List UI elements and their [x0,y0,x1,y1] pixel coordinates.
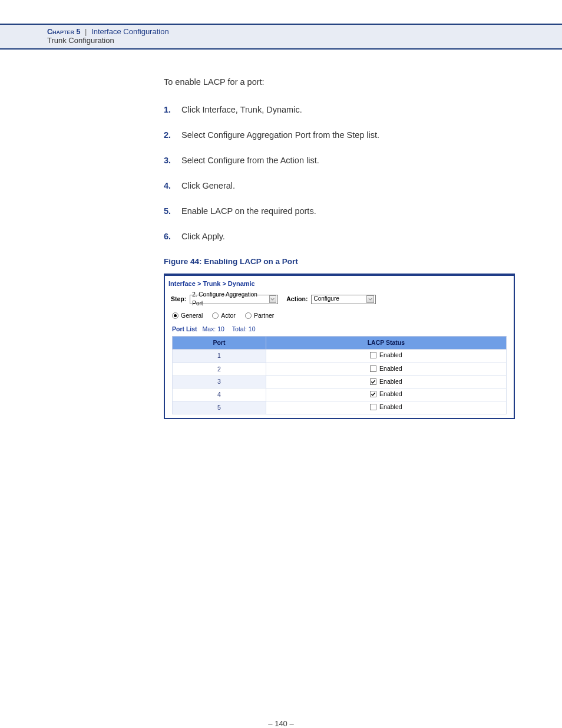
lacp-enabled-checkbox[interactable] [370,365,376,372]
lacp-enabled-checkbox[interactable] [370,391,376,397]
port-cell: 1 [173,350,266,363]
status-label: Enabled [379,403,402,411]
figure-caption: Figure 44: Enabling LACP on a Port [164,256,515,268]
port-cell: 4 [173,388,266,401]
table-row: 3Enabled [173,375,507,388]
table-row: 5Enabled [173,401,507,414]
table-row: 1Enabled [173,350,507,363]
status-label: Enabled [379,377,402,386]
page-number: – 140 – [0,719,562,728]
status-cell: Enabled [266,401,506,414]
chapter-title: Interface Configuration [91,27,169,36]
port-list-label: Port List [172,325,197,332]
lacp-enabled-checkbox[interactable] [370,352,376,358]
col-status: LACP Status [266,337,506,350]
status-cell: Enabled [266,363,506,375]
lacp-enabled-checkbox[interactable] [370,378,376,385]
status-cell: Enabled [266,350,506,363]
radio-actor[interactable]: Actor [212,311,236,320]
step-select-value: 2. Configure Aggregation Port [192,291,266,308]
action-label: Action: [286,295,308,304]
port-list-total: Total: 10 [232,325,256,332]
port-cell: 2 [173,363,266,375]
lacp-enabled-checkbox[interactable] [370,404,376,410]
page-header: Chapter 5 | Interface Configuration Trun… [0,24,562,50]
radio-icon [172,312,178,319]
status-cell: Enabled [266,375,506,388]
status-label: Enabled [379,364,402,373]
port-list-summary: Port List Max: 10 Total: 10 [165,325,514,336]
port-cell: 5 [173,401,266,414]
step-item: 3.Select Configure from the Action list. [164,154,515,167]
chapter-separator: | [85,27,87,36]
port-table: Port LACP Status 1Enabled2Enabled3Enable… [172,336,507,414]
steps-list: 1.Click Interface, Trunk, Dynamic. 2.Sel… [164,104,515,243]
step-select[interactable]: 2. Configure Aggregation Port [190,295,278,304]
chevron-down-icon [269,295,277,303]
step-item: 4.Click General. [164,180,515,192]
action-select-value: Configure [313,295,339,304]
radio-partner[interactable]: Partner [245,311,274,320]
chevron-down-icon [366,295,374,303]
port-list-max: Max: 10 [203,325,224,332]
radio-icon [212,312,219,319]
status-label: Enabled [379,390,402,398]
status-cell: Enabled [266,388,506,401]
step-item: 2.Select Configure Aggregation Port from… [164,129,515,141]
port-cell: 3 [173,375,266,388]
radio-general[interactable]: General [172,311,203,320]
radio-group: General Actor Partner [165,310,514,325]
step-label: Step: [171,295,186,304]
controls-row: Step: 2. Configure Aggregation Port Acti… [165,294,514,310]
step-item: 6.Click Apply. [164,230,515,243]
step-item: 5.Enable LACP on the required ports. [164,205,515,218]
col-port: Port [173,337,266,350]
status-label: Enabled [379,351,402,360]
section-title: Trunk Configuration [47,36,562,45]
step-item: 1.Click Interface, Trunk, Dynamic. [164,104,515,116]
table-row: 4Enabled [173,388,507,401]
chapter-label: Chapter 5 [47,28,80,36]
chapter-line: Chapter 5 | Interface Configuration [47,27,562,36]
radio-icon [245,312,252,319]
action-select[interactable]: Configure [311,295,376,304]
intro-text: To enable LACP for a port: [164,76,515,88]
table-row: 2Enabled [173,363,507,375]
figure-screenshot: Interface > Trunk > Dynamic Step: 2. Con… [164,274,515,419]
